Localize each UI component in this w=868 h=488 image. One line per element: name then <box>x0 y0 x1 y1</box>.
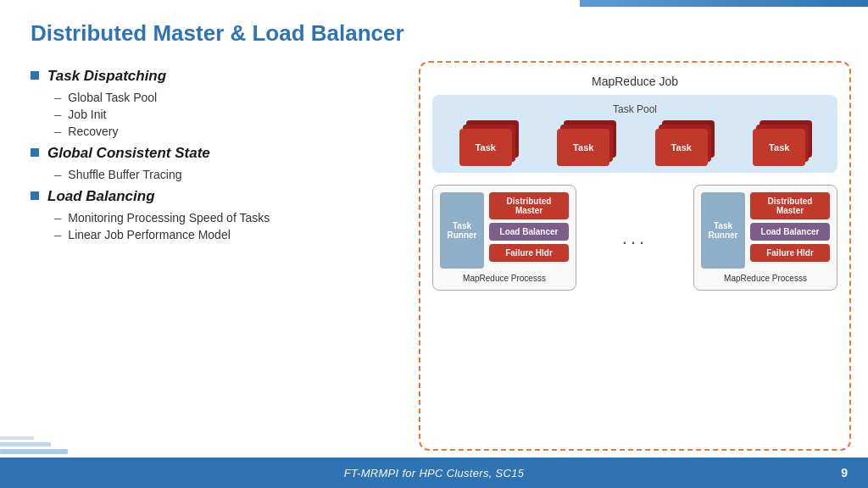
slide-title: Distributed Master & Load Balancer <box>31 20 404 47</box>
list-item: – Linear Job Performance Model <box>54 227 395 241</box>
bullet-label-load-balancing: Load Balancing <box>47 188 155 205</box>
task-stack: Task <box>655 120 713 166</box>
list-item: – Global Task Pool <box>54 90 395 104</box>
sub-item-label: Global Task Pool <box>68 91 157 104</box>
distributed-master-box-2: Distributed Master <box>750 192 830 219</box>
bullet-square-icon <box>31 71 39 80</box>
bullet-label-global-consistent-state: Global Consistent State <box>47 145 210 162</box>
sublist-global-consistent-state: – Shuffle Buffer Tracing <box>54 167 395 181</box>
dash-icon: – <box>54 124 61 138</box>
dots-separator: ... <box>622 227 648 249</box>
bullet-square-icon <box>31 148 39 157</box>
bullet-square-icon <box>31 191 39 200</box>
sub-item-label: Linear Job Performance Model <box>68 228 230 241</box>
task-stack: Task <box>557 120 615 166</box>
bullet-label-task-dispatching: Task Dispatching <box>47 68 166 85</box>
task-cards-row: Task Task Task Task <box>439 120 831 166</box>
load-balancer-box-2: Load Balancer <box>750 223 830 241</box>
mapreduce-job-label: MapReduce Job <box>432 75 837 88</box>
mapreduce-outer-box: MapReduce Job Task Pool Task Task <box>419 61 851 451</box>
distributed-master-box-1: Distributed Master <box>489 192 569 219</box>
task-card-front: Task <box>459 129 512 166</box>
task-card-front: Task <box>753 129 805 166</box>
list-item: – Shuffle Buffer Tracing <box>54 167 395 181</box>
sub-item-label: Job Init <box>68 108 106 121</box>
task-card-front: Task <box>557 129 609 166</box>
task-card-front: Task <box>655 129 708 166</box>
right-diagram: MapReduce Job Task Pool Task Task <box>419 61 851 451</box>
top-accent-bar <box>580 0 868 7</box>
mapreduce-process-1: Task Runner Distributed Master Load Bala… <box>432 185 576 291</box>
dash-icon: – <box>54 210 61 225</box>
dash-icon: – <box>54 227 61 241</box>
dash-icon: – <box>54 90 61 104</box>
sub-item-label: Shuffle Buffer Tracing <box>68 168 181 181</box>
process-2-label: MapReduce Processs <box>701 274 830 283</box>
right-boxes-1: Distributed Master Load Balancer Failure… <box>489 192 569 269</box>
task-stack: Task <box>459 120 517 166</box>
footer-center-text: FT-MRMPI for HPC Clusters, SC15 <box>344 467 525 480</box>
process-inner-2: Task Runner Distributed Master Load Bala… <box>701 192 830 269</box>
load-balancer-box-1: Load Balancer <box>489 223 569 241</box>
dash-icon: – <box>54 107 61 121</box>
failure-hldr-box-1: Failure Hldr <box>489 244 569 262</box>
bottom-left-decoration <box>0 434 85 458</box>
dash-icon: – <box>54 167 61 181</box>
sublist-load-balancing: – Monitoring Processing Speed of Tasks –… <box>54 210 395 241</box>
sub-item-label: Monitoring Processing Speed of Tasks <box>68 211 270 225</box>
process-inner-1: Task Runner Distributed Master Load Bala… <box>440 192 569 269</box>
task-runner-box-2: Task Runner <box>701 192 745 269</box>
sublist-task-dispatching: – Global Task Pool – Job Init – Recovery <box>54 90 395 138</box>
task-stack: Task <box>753 120 810 166</box>
task-runner-box-1: Task Runner <box>440 192 484 269</box>
svg-rect-0 <box>0 449 68 454</box>
bullet-global-consistent-state: Global Consistent State <box>31 145 395 162</box>
task-pool-box: Task Pool Task Task Task <box>432 95 837 173</box>
footer-bar: FT-MRMPI for HPC Clusters, SC15 9 <box>0 458 868 488</box>
mapreduce-process-2: Task Runner Distributed Master Load Bala… <box>693 185 837 291</box>
failure-hldr-box-2: Failure Hldr <box>750 244 830 262</box>
footer-page-number: 9 <box>841 466 848 480</box>
right-boxes-2: Distributed Master Load Balancer Failure… <box>750 192 830 269</box>
list-item: – Job Init <box>54 107 395 121</box>
bullet-load-balancing: Load Balancing <box>31 188 395 205</box>
svg-rect-2 <box>0 436 34 440</box>
sub-item-label: Recovery <box>68 125 118 138</box>
list-item: – Recovery <box>54 124 395 138</box>
process-1-label: MapReduce Processs <box>440 274 569 283</box>
bullet-task-dispatching: Task Dispatching <box>31 68 395 85</box>
list-item: – Monitoring Processing Speed of Tasks <box>54 210 395 225</box>
left-content: Task Dispatching – Global Task Pool – Jo… <box>31 68 395 248</box>
svg-rect-1 <box>0 442 51 446</box>
task-pool-label: Task Pool <box>439 103 831 115</box>
processes-row: Task Runner Distributed Master Load Bala… <box>432 185 837 291</box>
